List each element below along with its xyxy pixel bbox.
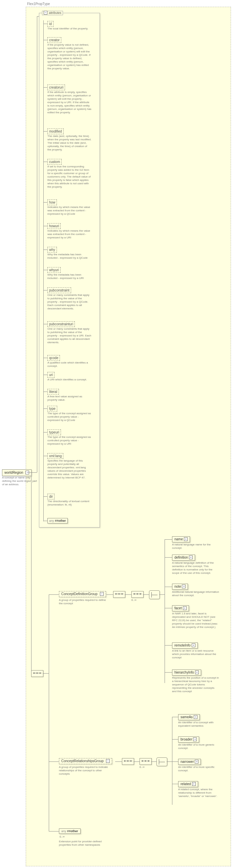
child-related[interactable]: related+ (178, 781, 198, 787)
expand-icon[interactable]: + (184, 537, 188, 541)
child-name[interactable]: name+ (172, 536, 190, 542)
connector (37, 16, 37, 472)
child-definition[interactable]: definition+ (172, 555, 195, 561)
attr-id[interactable]: id (47, 21, 54, 27)
attr-any-other[interactable]: any ##other (47, 518, 68, 523)
child-narrower-desc: An identifier of a more specific concept… (178, 766, 222, 772)
connector (43, 521, 47, 521)
expand-icon[interactable]: + (183, 606, 187, 610)
connector (43, 24, 47, 24)
connector (43, 162, 47, 162)
choice-cdg (149, 590, 160, 599)
attr-custom[interactable]: custom (47, 159, 62, 165)
attr-modified-desc: The date (and, optionally, the time) whe… (47, 135, 91, 151)
main-sequence (31, 670, 43, 677)
attr-modified[interactable]: modified (47, 128, 64, 134)
attr-how[interactable]: how (47, 200, 57, 205)
attr-pubconstraint[interactable]: pubconstraint (47, 287, 71, 293)
attr-whyuri-desc: Why the metadata has been included - exp… (47, 273, 91, 280)
connector (43, 131, 47, 132)
element-any-other[interactable]: any ##other (59, 828, 81, 834)
connector (43, 290, 47, 290)
connector (43, 40, 47, 40)
child-note-desc: Additional natural language information … (172, 590, 219, 597)
attr-qcode[interactable]: qcode (47, 355, 60, 361)
child-hierarchyinfo[interactable]: hierarchyInfo+ (172, 670, 201, 676)
connector (165, 608, 172, 608)
attr-pubconstrainturi-desc: One or many constraints that apply to pu… (47, 327, 91, 344)
connector (43, 408, 47, 409)
connector (49, 831, 59, 831)
connector (133, 761, 140, 762)
choice-crg (156, 757, 167, 766)
child-hierarchyinfo-desc: Represents the position of a concept in … (172, 676, 219, 693)
attr-xmllang[interactable]: xml:lang (47, 453, 63, 459)
connector (151, 761, 156, 762)
attr-uri-desc: A URI which identifies a concept. (47, 378, 91, 381)
attr-typeuri[interactable]: typeuri (47, 429, 61, 435)
connector (43, 250, 47, 250)
expand-icon[interactable]: + (192, 782, 196, 786)
concept-definition-group-desc: A group of properties required to define… (59, 599, 106, 605)
connector (167, 761, 172, 762)
attr-xmllang-desc: Specifies the language of this property … (47, 459, 91, 479)
child-broader[interactable]: broader+ (178, 736, 199, 743)
concept-relationships-group[interactable]: ConceptRelationshipsGroup − (59, 758, 112, 764)
concept-definition-group[interactable]: ConceptDefinitionGroup − (59, 591, 106, 597)
attr-howuri[interactable]: howuri (47, 223, 61, 229)
root-element-name: worldRegion (4, 471, 23, 474)
attr-how-desc: Indicates by which means the value was e… (47, 206, 91, 216)
collapse-icon[interactable]: − (44, 11, 47, 15)
connector (43, 270, 47, 270)
connector (43, 87, 47, 88)
child-facet[interactable]: facet+ (172, 605, 189, 611)
connector (165, 672, 172, 673)
attributes-label-text: attributes (49, 11, 61, 15)
connector (165, 539, 172, 540)
connector (43, 392, 47, 392)
attr-creator[interactable]: creator (47, 37, 61, 43)
attr-howuri-desc: Indicates by which means the value was e… (47, 229, 91, 239)
expand-icon[interactable]: + (195, 671, 199, 674)
expand-icon[interactable]: + (194, 715, 197, 719)
attr-uri[interactable]: uri (47, 372, 55, 378)
child-note[interactable]: note+ (172, 584, 188, 590)
child-name-desc: A natural language name for the concept. (172, 543, 219, 550)
attributes-label: −attributes (42, 11, 63, 15)
seq-crg (122, 758, 134, 765)
connector (106, 594, 113, 595)
connector (159, 594, 165, 595)
connector (172, 717, 172, 805)
connector (43, 324, 47, 324)
connector (43, 202, 47, 203)
connector (49, 594, 59, 595)
child-remoteinfo[interactable]: remoteInfo+ (172, 642, 198, 649)
child-sameas[interactable]: sameAs+ (178, 714, 200, 720)
attr-literal[interactable]: literal (47, 389, 59, 395)
concept-relationships-group-label: ConceptRelationshipsGroup (61, 759, 104, 763)
attr-pubconstrainturi[interactable]: pubconstrainturi (47, 321, 75, 327)
attr-why[interactable]: why (47, 247, 57, 253)
attr-pubconstraint-desc: One or many constraints that apply to pu… (47, 294, 91, 310)
attr-type[interactable]: type (47, 406, 57, 412)
connector (43, 226, 47, 226)
attr-dir[interactable]: dir (47, 494, 55, 499)
expand-icon[interactable]: + (192, 643, 195, 647)
connector (172, 717, 178, 717)
collapse-icon[interactable]: − (106, 759, 110, 763)
connector (49, 761, 59, 762)
expand-icon[interactable]: + (193, 737, 197, 741)
attr-whyuri[interactable]: whyuri (47, 267, 61, 273)
expand-icon[interactable]: + (189, 556, 193, 559)
expand-icon[interactable]: + (182, 585, 186, 588)
attr-creatoruri[interactable]: creatoruri (47, 85, 65, 90)
connector (31, 472, 37, 473)
connector (43, 456, 47, 456)
child-narrower[interactable]: narrower+ (178, 759, 201, 765)
connector (31, 472, 31, 673)
connector (115, 761, 122, 762)
attr-creatoruri-desc: If the attribute is empty, specifies whi… (47, 91, 91, 114)
expand-icon[interactable]: + (195, 760, 198, 764)
collapse-icon[interactable]: − (100, 592, 104, 596)
connector (49, 594, 49, 831)
